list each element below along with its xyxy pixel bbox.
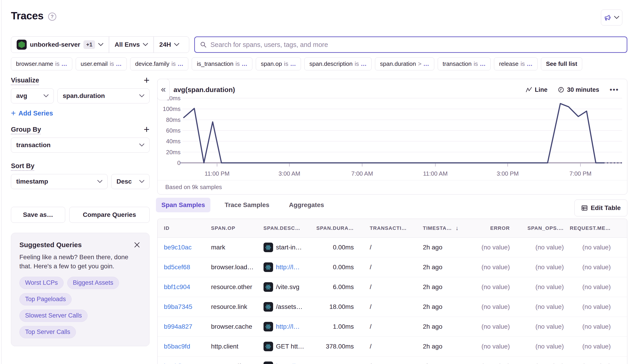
column-header-timesta[interactable]: TIMESTA…↓ <box>421 224 470 232</box>
cell-error: (no value) <box>470 343 512 350</box>
aggregate-select[interactable]: avg <box>11 88 54 104</box>
field-select[interactable]: span.duration <box>58 88 150 104</box>
column-header-span-op[interactable]: SPAN.OP <box>211 225 263 231</box>
span-id-link[interactable]: b994a827 <box>164 323 192 330</box>
project-selector[interactable]: unborked-server +1 <box>11 37 109 52</box>
whats-new-button[interactable] <box>601 10 622 26</box>
table-row: be9c10acmarkstart-in…0.00ms/2h ago(no va… <box>158 238 627 258</box>
table-header-row: IDSPAN.OPSPAN.DESC…SPAN.DURA…TRANSACTI…T… <box>158 219 627 238</box>
chart-overflow-menu[interactable]: ••• <box>609 86 619 94</box>
add-series-button[interactable]: + Add Series <box>11 108 53 118</box>
table-row: bbf1c904resource.other/vite.svg6.00ms/2h… <box>158 277 627 297</box>
suggested-query-chip-top-pageloads[interactable]: Top Pageloads <box>19 293 72 306</box>
span-id-link[interactable]: be9c10ac <box>164 244 191 251</box>
aggregate-value: avg <box>16 92 27 100</box>
span-id-link[interactable]: b41bfb26 <box>164 363 191 364</box>
timestamp-link[interactable]: 2h ago <box>423 303 442 310</box>
no-value-text: (no value) <box>481 343 510 350</box>
edit-table-button[interactable]: Edit Table <box>574 200 627 216</box>
timestamp-link[interactable]: 2h ago <box>423 363 442 364</box>
collapse-sidebar-button[interactable]: « <box>157 79 170 100</box>
cell-transaction: / <box>356 343 421 350</box>
column-header-span-desc[interactable]: SPAN.DESC… <box>263 225 315 231</box>
close-icon[interactable] <box>133 241 141 249</box>
project-name: unborked-server <box>30 41 80 48</box>
chevron-down-icon <box>139 144 144 147</box>
add-group-by-button[interactable]: + <box>144 124 150 134</box>
column-header-request-me[interactable]: REQUEST.ME… <box>566 225 627 231</box>
span-description-link[interactable]: http://l… <box>276 264 300 271</box>
chart-sample-note: Based on 9k samples <box>165 184 222 191</box>
no-value-text: (no value) <box>535 363 564 364</box>
column-label: TIMESTA… <box>423 225 452 231</box>
no-value-text: (no value) <box>481 283 510 290</box>
results-tabs: Span SamplesTrace SamplesAggregates <box>156 198 330 212</box>
tab-span-samples[interactable]: Span Samples <box>156 198 210 212</box>
column-header-id[interactable]: ID <box>158 225 211 231</box>
column-header-span-dura[interactable]: SPAN.DURA… <box>314 225 356 231</box>
react-icon <box>263 322 273 332</box>
chevron-down-icon <box>139 94 144 98</box>
group-by-select[interactable]: transaction <box>11 138 150 152</box>
filter-chip-span-duration[interactable]: span.duration>... <box>375 58 434 70</box>
chart-panel: « avg(span.duration) Line 30 minutes •••… <box>157 79 627 194</box>
cell-span-ops: (no value) <box>512 283 566 291</box>
span-description-link[interactable]: https://… <box>276 363 301 364</box>
help-icon[interactable]: ? <box>48 12 56 21</box>
filter-chip-transaction[interactable]: transactionis... <box>438 58 491 70</box>
span-id-link[interactable]: b5bac9fd <box>164 343 190 350</box>
tab-aggregates[interactable]: Aggregates <box>283 198 330 212</box>
suggested-query-chip-slowest-server-calls[interactable]: Slowest Server Calls <box>19 310 88 322</box>
filter-chip-span-description[interactable]: span.descriptionis... <box>304 58 372 70</box>
filter-chip-user-email[interactable]: user.emailis... <box>76 58 127 70</box>
filter-chip-browser-name[interactable]: browser.nameis... <box>11 58 72 70</box>
chart-canvas: 020ms40ms60ms80ms100ms120ms11:00 PM3:00 … <box>158 96 627 180</box>
see-full-list-button[interactable]: See full list <box>541 58 582 70</box>
filter-chip-release[interactable]: releaseis... <box>494 58 537 70</box>
span-id-link[interactable]: b9ba7345 <box>164 303 192 310</box>
filter-chip-key: device.family <box>135 60 169 68</box>
tab-trace-samples[interactable]: Trace Samples <box>219 198 275 212</box>
timestamp-link[interactable]: 2h ago <box>423 343 442 350</box>
filter-chip-device-family[interactable]: device.familyis... <box>130 58 189 70</box>
sort-direction-value: Desc <box>117 178 132 185</box>
column-header-error[interactable]: ERROR <box>470 225 512 231</box>
compare-queries-button[interactable]: Compare Queries <box>69 207 150 223</box>
timestamp-link[interactable]: 2h ago <box>423 244 442 251</box>
sort-field-select[interactable]: timestamp <box>11 174 108 189</box>
timestamp-link[interactable]: 2h ago <box>423 264 442 270</box>
filter-chip-span-op[interactable]: span.opis... <box>256 58 301 70</box>
filter-chip-value: ... <box>178 60 183 68</box>
no-value-text: (no value) <box>535 264 564 270</box>
span-description-link[interactable]: http://l… <box>276 323 300 330</box>
suggested-query-chip-worst-lcps[interactable]: Worst LCPs <box>19 277 64 289</box>
save-as-button[interactable]: Save as… <box>11 207 65 223</box>
cell-request-method: (no value) <box>566 363 627 364</box>
span-id-link[interactable]: bbf1c904 <box>164 283 190 290</box>
chart-type-button[interactable]: Line <box>526 86 548 94</box>
search-input[interactable] <box>210 41 622 48</box>
line-chart[interactable]: 020ms40ms60ms80ms100ms120ms11:00 PM3:00 … <box>158 96 627 180</box>
cell-span-op: resource.ifra… <box>211 363 263 364</box>
timestamp-link[interactable]: 2h ago <box>423 323 442 330</box>
sort-desc-icon[interactable]: ↓ <box>455 224 459 232</box>
cell-timestamp: 2h ago <box>421 303 470 310</box>
suggested-query-chip-top-server-calls[interactable]: Top Server Calls <box>19 326 76 338</box>
environment-selector[interactable]: All Envs <box>109 37 153 52</box>
filter-chip-is-transaction[interactable]: is_transactionis... <box>192 58 252 70</box>
chevron-down-icon <box>44 94 49 98</box>
table-row: b41bfb26resource.ifra…https://…276.00ms/… <box>158 356 627 364</box>
timestamp-link[interactable]: 2h ago <box>423 283 442 290</box>
svg-text:7:00 AM: 7:00 AM <box>351 170 373 177</box>
time-range-selector[interactable]: 24H <box>154 37 185 52</box>
chart-interval-button[interactable]: 30 minutes <box>558 86 599 94</box>
sort-direction-select[interactable]: Desc <box>111 174 150 189</box>
column-header-transacti[interactable]: TRANSACTI… <box>356 225 421 231</box>
span-id-link[interactable]: bd5cef68 <box>164 264 190 270</box>
time-range-value: 24H <box>159 41 171 48</box>
add-visualize-button[interactable]: + <box>144 75 150 85</box>
table-row: bd5cef68browser.load…http://l…0.00ms/2h … <box>158 258 627 277</box>
suggested-query-chip-biggest-assets[interactable]: Biggest Assets <box>67 277 119 289</box>
cell-span-duration: 0.00ms <box>314 244 356 251</box>
column-header-span-ops[interactable]: SPAN_OPS.… <box>512 225 566 231</box>
